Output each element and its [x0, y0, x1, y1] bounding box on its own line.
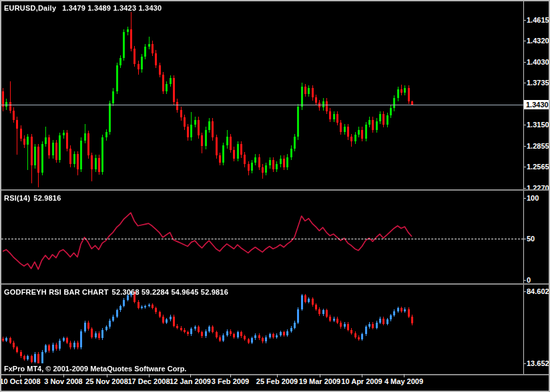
rsi-axis-tick [523, 239, 526, 239]
rsi-indicator-canvas[interactable] [1, 191, 523, 283]
date-axis-tick [190, 374, 191, 377]
main-price-chart-canvas[interactable] [1, 1, 523, 189]
price-axis-label: 1.2855 [527, 142, 549, 151]
mt4-chart-window: EURUSD,Daily1.3479 1.3489 1.3423 1.3430 … [0, 0, 550, 392]
price-axis-tick [523, 20, 526, 21]
price-axis-tick [523, 167, 526, 167]
date-axis-tick [362, 374, 362, 377]
date-axis-tick [107, 374, 107, 377]
price-axis-label: 1.4030 [527, 58, 549, 67]
godfreyh-values: 52.3068 59.2284 54.9645 52.9816 [112, 288, 228, 296]
price-axis-tick [523, 41, 526, 41]
ohlc-values: 1.3479 1.3489 1.3423 1.3430 [62, 4, 162, 12]
godfreyh-axis-label: 84.6028 [527, 287, 549, 296]
date-axis-tick [404, 374, 404, 377]
price-axis-tick [523, 83, 526, 83]
godfreyh-axis-label: 13.6528 [527, 359, 549, 368]
rsi-value: 52.9816 [33, 194, 61, 202]
date-axis-label: 4 May 2009 [376, 377, 432, 385]
current-price-line [1, 105, 523, 105]
rsi-50-level-line [1, 239, 523, 239]
rsi-panel-title: RSI(14)52.9816 [4, 194, 61, 202]
price-axis-tick [523, 188, 526, 189]
price-axis-label: 1.3735 [527, 79, 549, 87]
rsi-axis-label: 100 [527, 194, 549, 203]
current-price-label: 1.3430 [524, 100, 550, 109]
rsi-axis-tick [523, 280, 526, 281]
price-axis-label: 1.4615 [527, 16, 549, 25]
date-axis-tick [277, 374, 278, 377]
godfreyh-axis-tick [523, 291, 526, 292]
rsi-axis-tick [523, 198, 526, 199]
price-axis-label: 1.3150 [527, 121, 549, 129]
broker-copyright-text: FxPro MT4, © 2001-2009 MetaQuotes Softwa… [4, 365, 186, 373]
panel-separator-bottom [0, 374, 550, 375]
date-axis-tick [230, 374, 231, 377]
rsi-indicator-label: RSI(14) [4, 194, 30, 202]
date-axis-tick [63, 374, 64, 377]
date-axis-tick [20, 374, 21, 377]
price-axis-tick [523, 125, 526, 125]
price-axis-label: 1.2565 [527, 163, 549, 171]
price-axis-tick [523, 146, 526, 147]
price-axis-label: 1.2270 [527, 184, 549, 193]
godfreyh-indicator-canvas[interactable] [1, 285, 523, 374]
godfreyh-indicator-label: GODFREYH RSI BAR CHART [4, 288, 109, 296]
panel-separator-rsi-godfreyh[interactable] [0, 283, 550, 285]
chart-title: EURUSD,Daily1.3479 1.3489 1.3423 1.3430 [4, 4, 162, 12]
godfreyh-axis-tick [523, 363, 526, 364]
price-axis-label: 1.4320 [527, 37, 549, 45]
godfreyh-panel-title: GODFREYH RSI BAR CHART52.3068 59.2284 54… [4, 288, 228, 296]
rsi-axis-label: 50 [527, 235, 549, 243]
symbol-period-label: EURUSD,Daily [4, 4, 56, 12]
date-axis-tick [320, 374, 320, 377]
price-axis-tick [523, 62, 526, 63]
date-axis-tick [149, 374, 150, 377]
panel-separator-main-rsi[interactable] [0, 189, 550, 191]
